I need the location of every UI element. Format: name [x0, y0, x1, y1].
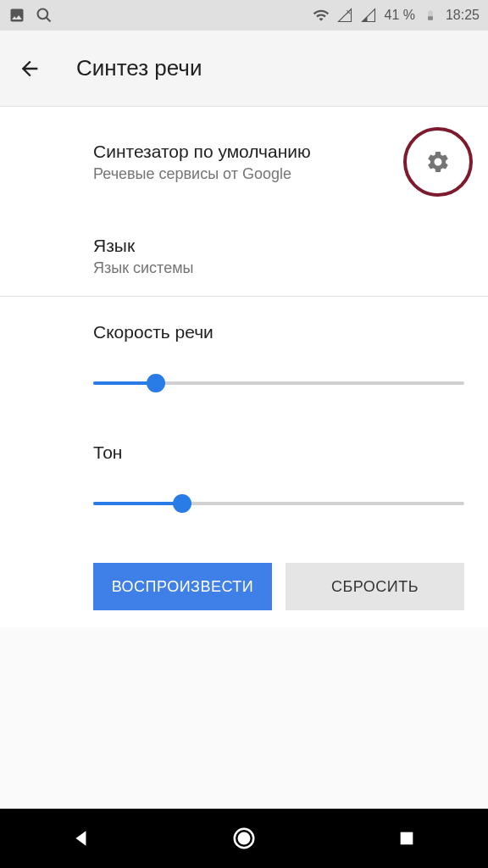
signal-2-icon — [360, 7, 377, 24]
app-bar: Синтез речи — [0, 31, 488, 107]
nav-back-button[interactable] — [64, 821, 98, 855]
engine-subtitle: Речевые сервисы от Google — [93, 165, 395, 183]
nav-recent-button[interactable] — [390, 821, 424, 855]
button-row: ВОСПРОИЗВЕСТИ СБРОСИТЬ — [0, 537, 488, 627]
svg-point-0 — [38, 9, 48, 19]
battery-pct: 41 % — [384, 8, 414, 23]
language-subtitle: Язык системы — [93, 259, 464, 277]
speech-rate-title: Скорость речи — [93, 322, 464, 342]
language-row[interactable]: Язык Язык системы — [0, 215, 488, 296]
language-title: Язык — [93, 236, 464, 256]
navigation-bar — [0, 809, 488, 868]
nav-home-button[interactable] — [227, 821, 261, 855]
reset-button[interactable]: СБРОСИТЬ — [286, 563, 464, 610]
page-title: Синтез речи — [76, 55, 202, 81]
back-button[interactable] — [17, 56, 42, 81]
pitch-slider[interactable] — [93, 487, 464, 520]
wifi-icon — [313, 7, 330, 24]
svg-text:✕: ✕ — [346, 8, 352, 16]
play-button[interactable]: ВОСПРОИЗВЕСТИ — [93, 563, 272, 610]
search-icon — [36, 7, 53, 24]
svg-rect-5 — [401, 832, 413, 845]
gear-icon — [425, 149, 451, 175]
default-engine-row[interactable]: Синтезатор по умолчанию Речевые сервисы … — [0, 107, 488, 215]
engine-settings-button[interactable] — [403, 127, 473, 197]
svg-line-1 — [47, 18, 51, 22]
signal-1-icon: ✕ — [336, 7, 353, 24]
pitch-title: Тон — [93, 442, 464, 463]
image-icon — [8, 7, 25, 24]
speech-rate-section: Скорость речи — [0, 297, 488, 417]
pitch-section: Тон — [0, 417, 488, 537]
speech-rate-slider[interactable] — [93, 366, 464, 400]
status-bar: ✕ 41 % 18:25 — [0, 0, 488, 31]
svg-point-4 — [239, 833, 250, 844]
battery-icon — [422, 7, 439, 24]
clock: 18:25 — [446, 8, 480, 23]
engine-title: Синтезатор по умолчанию — [93, 142, 395, 162]
